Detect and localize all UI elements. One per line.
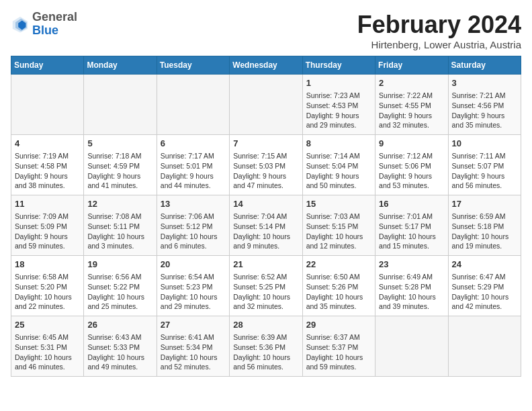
cell-info: Daylight: 10 hours and 12 minutes. [306,232,371,251]
day-number: 9 [379,138,444,150]
calendar-cell: 7Sunrise: 7:15 AMSunset: 5:03 PMDaylight… [230,135,302,195]
cell-info: Sunset: 5:28 PM [379,282,444,292]
logo: General Blue [11,11,77,38]
calendar-cell: 6Sunrise: 7:17 AMSunset: 5:01 PMDaylight… [157,135,229,195]
cell-info: Sunset: 4:56 PM [452,101,517,111]
cell-info: Daylight: 9 hours and 44 minutes. [161,171,226,191]
cell-info: Sunset: 5:36 PM [233,342,298,353]
day-number: 14 [233,198,298,210]
cell-info: Daylight: 10 hours and 29 minutes. [161,292,226,312]
weekday-header: Friday [375,56,448,75]
day-number: 29 [306,319,371,331]
cell-info: Daylight: 10 hours and 49 minutes. [87,353,152,372]
cell-info: Daylight: 9 hours and 47 minutes. [233,171,298,191]
cell-info: Sunset: 5:22 PM [87,282,152,292]
cell-info: Daylight: 9 hours and 41 minutes. [87,171,152,191]
cell-info: Sunrise: 7:08 AM [87,212,152,222]
day-number: 23 [379,259,444,271]
day-number: 20 [161,259,226,271]
cell-info: Sunrise: 7:12 AM [379,151,444,161]
calendar-cell: 16Sunrise: 7:01 AMSunset: 5:17 PMDayligh… [375,195,448,256]
weekday-header: Saturday [448,56,521,75]
cell-info: Sunrise: 7:09 AM [15,212,80,222]
day-number: 12 [87,198,152,210]
cell-info: Sunrise: 7:01 AM [379,212,444,222]
cell-info: Daylight: 10 hours and 46 minutes. [15,353,80,372]
cell-info: Sunrise: 6:58 AM [15,272,80,282]
title-block: February 2024 Hirtenberg, Lower Austria,… [357,11,521,50]
calendar-week-row: 11Sunrise: 7:09 AMSunset: 5:09 PMDayligh… [11,195,521,256]
cell-info: Sunset: 5:25 PM [233,282,298,292]
cell-info: Sunrise: 7:21 AM [452,91,517,101]
calendar-cell: 10Sunrise: 7:11 AMSunset: 5:07 PMDayligh… [448,135,521,195]
calendar-cell: 9Sunrise: 7:12 AMSunset: 5:06 PMDaylight… [375,135,448,195]
day-number: 28 [233,319,298,331]
cell-info: Sunrise: 7:15 AM [233,151,298,161]
calendar-week-row: 1Sunrise: 7:23 AMSunset: 4:53 PMDaylight… [11,75,521,135]
calendar-cell: 27Sunrise: 6:41 AMSunset: 5:34 PMDayligh… [157,316,229,377]
day-number: 5 [87,138,152,150]
cell-info: Sunset: 5:20 PM [15,282,80,292]
weekday-header: Thursday [302,56,375,75]
calendar-cell: 21Sunrise: 6:52 AMSunset: 5:25 PMDayligh… [230,256,302,316]
day-number: 15 [306,198,371,210]
calendar-cell [448,316,521,377]
calendar-cell [157,75,229,135]
cell-info: Sunrise: 7:22 AM [379,91,444,101]
cell-info: Sunset: 5:04 PM [306,161,371,171]
cell-info: Daylight: 9 hours and 56 minutes. [452,171,517,191]
calendar-cell: 29Sunrise: 6:37 AMSunset: 5:37 PMDayligh… [302,316,375,377]
cell-info: Daylight: 9 hours and 50 minutes. [306,171,371,191]
cell-info: Sunrise: 7:17 AM [161,151,226,161]
calendar-cell: 15Sunrise: 7:03 AMSunset: 5:15 PMDayligh… [302,195,375,256]
calendar-cell: 12Sunrise: 7:08 AMSunset: 5:11 PMDayligh… [84,195,157,256]
calendar-body: 1Sunrise: 7:23 AMSunset: 4:53 PMDaylight… [11,75,521,377]
calendar-cell [11,75,84,135]
cell-info: Sunrise: 7:06 AM [161,212,226,222]
location: Hirtenberg, Lower Austria, Austria [357,39,521,50]
cell-info: Sunrise: 6:41 AM [161,332,226,342]
calendar-week-row: 18Sunrise: 6:58 AMSunset: 5:20 PMDayligh… [11,256,521,316]
day-number: 27 [161,319,226,331]
cell-info: Sunrise: 6:49 AM [379,272,444,282]
day-number: 18 [15,259,80,271]
cell-info: Sunset: 5:11 PM [87,222,152,232]
cell-info: Sunset: 5:06 PM [379,161,444,171]
cell-info: Daylight: 10 hours and 32 minutes. [233,292,298,312]
day-number: 6 [161,138,226,150]
cell-info: Sunset: 5:29 PM [452,282,517,292]
day-number: 8 [306,138,371,150]
calendar-cell: 17Sunrise: 6:59 AMSunset: 5:18 PMDayligh… [448,195,521,256]
cell-info: Sunset: 5:34 PM [161,342,226,353]
cell-info: Sunset: 5:33 PM [87,342,152,353]
cell-info: Daylight: 9 hours and 59 minutes. [15,232,80,251]
cell-info: Daylight: 10 hours and 9 minutes. [233,232,298,251]
calendar-cell: 20Sunrise: 6:54 AMSunset: 5:23 PMDayligh… [157,256,229,316]
cell-info: Sunset: 5:07 PM [452,161,517,171]
calendar-cell: 26Sunrise: 6:43 AMSunset: 5:33 PMDayligh… [84,316,157,377]
calendar-cell: 14Sunrise: 7:04 AMSunset: 5:14 PMDayligh… [230,195,302,256]
cell-info: Sunset: 5:15 PM [306,222,371,232]
day-number: 3 [452,77,517,89]
cell-info: Sunrise: 6:56 AM [87,272,152,282]
logo-blue: Blue [32,24,58,37]
cell-info: Sunrise: 6:54 AM [161,272,226,282]
cell-info: Sunrise: 7:11 AM [452,151,517,161]
cell-info: Daylight: 10 hours and 19 minutes. [452,232,517,251]
cell-info: Sunrise: 6:39 AM [233,332,298,342]
cell-info: Daylight: 9 hours and 53 minutes. [379,171,444,191]
cell-info: Sunset: 5:23 PM [161,282,226,292]
cell-info: Daylight: 10 hours and 25 minutes. [87,292,152,312]
calendar-cell: 11Sunrise: 7:09 AMSunset: 5:09 PMDayligh… [11,195,84,256]
calendar-cell: 5Sunrise: 7:18 AMSunset: 4:59 PMDaylight… [84,135,157,195]
day-number: 16 [379,198,444,210]
cell-info: Daylight: 10 hours and 3 minutes. [87,232,152,251]
cell-info: Sunset: 5:37 PM [306,342,371,353]
month-title: February 2024 [357,11,521,39]
cell-info: Sunset: 4:55 PM [379,101,444,111]
cell-info: Sunrise: 6:45 AM [15,332,80,342]
cell-info: Sunset: 5:09 PM [15,222,80,232]
cell-info: Sunset: 5:18 PM [452,222,517,232]
weekday-header: Monday [84,56,157,75]
cell-info: Sunrise: 7:19 AM [15,151,80,161]
